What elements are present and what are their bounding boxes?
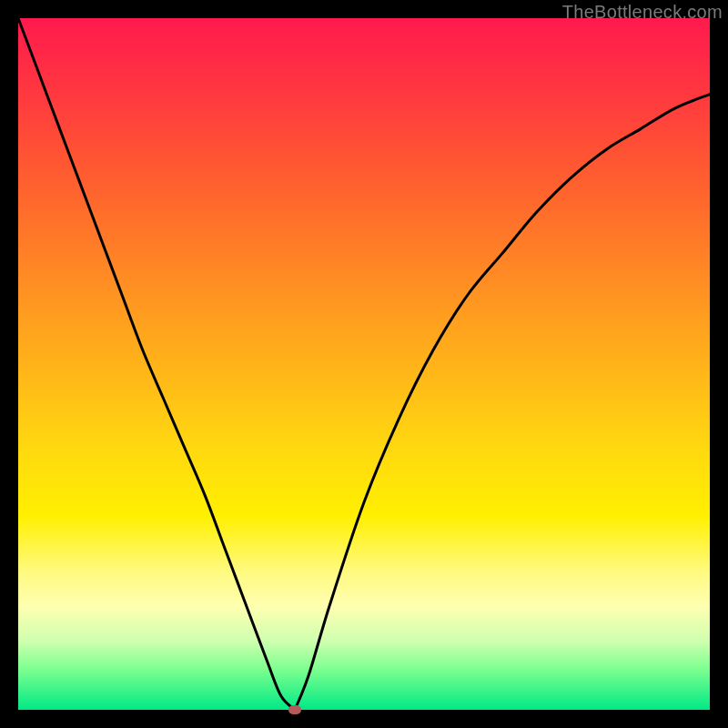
cusp-marker bbox=[288, 705, 301, 714]
bottleneck-curve-path bbox=[18, 18, 710, 710]
chart-frame bbox=[18, 18, 710, 710]
curve-svg bbox=[18, 18, 710, 710]
